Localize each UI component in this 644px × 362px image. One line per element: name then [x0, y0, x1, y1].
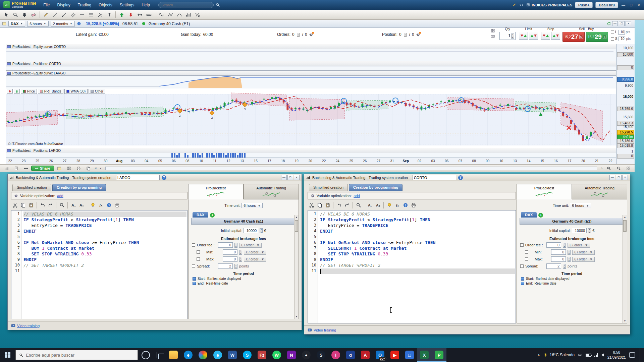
- order-keyboard-icon[interactable]: [491, 34, 495, 39]
- code-line[interactable]: IF StrategyProfit < StrategyProfit[1] TH…: [320, 217, 516, 223]
- channel-tool-icon[interactable]: [69, 11, 77, 19]
- tab-probacktest[interactable]: ProBacktest: [188, 184, 244, 199]
- taskbar-search[interactable]: [15, 350, 138, 360]
- zoom-in-icon[interactable]: [604, 164, 613, 172]
- clock[interactable]: 8:5821/09/2021: [607, 350, 626, 360]
- code-line[interactable]: ENDIF: [320, 257, 516, 263]
- cut-icon[interactable]: [308, 202, 315, 208]
- tab-simplified-creation[interactable]: Simplified creation: [12, 184, 51, 191]
- dealthru-button[interactable]: DealThru: [595, 2, 618, 8]
- spread-spinner[interactable]: [234, 264, 237, 269]
- taskbar-edge-icon[interactable]: e: [181, 348, 196, 362]
- min-fee-checkbox[interactable]: [525, 250, 528, 254]
- taskbar-obs-icon[interactable]: ●: [299, 348, 314, 362]
- close-button[interactable]: ×: [622, 175, 628, 180]
- taskbar-dealthru-icon[interactable]: d: [343, 348, 358, 362]
- max-fee-unit-select[interactable]: € / order▼: [244, 257, 266, 262]
- code-line[interactable]: // VELAS DE 6 HORAS: [23, 212, 186, 217]
- print-chart-icon[interactable]: [74, 164, 83, 172]
- buy-arrow-tool-icon[interactable]: [117, 11, 126, 19]
- instrument-select[interactable]: DAX▼: [8, 21, 25, 27]
- max-fee-input[interactable]: 0: [223, 256, 237, 262]
- taskbar-onenote-icon[interactable]: N: [284, 348, 299, 362]
- layout-grid-icon[interactable]: [65, 164, 73, 172]
- code-line[interactable]: ENDIF: [23, 257, 187, 263]
- network-icon[interactable]: [594, 353, 598, 357]
- search-icon[interactable]: [355, 202, 362, 208]
- taskbar-skype-icon[interactable]: S: [240, 348, 255, 362]
- scroll-far-left-button[interactable]: «: [94, 166, 98, 171]
- period-select[interactable]: 2 months▼: [51, 21, 75, 27]
- pitchfork-tool-icon[interactable]: [96, 11, 105, 19]
- taskbar-prorealtime-icon[interactable]: P: [432, 348, 446, 362]
- instrument-tab[interactable]: DAX: [521, 212, 537, 218]
- stop-pts-input[interactable]: 10: [619, 37, 625, 41]
- eraser-tool-icon[interactable]: [29, 11, 38, 19]
- chart-style-tool-icon[interactable]: [184, 11, 193, 19]
- minimize-button[interactable]: —: [281, 175, 287, 180]
- order-book-icon[interactable]: [491, 28, 495, 33]
- hint-icon[interactable]: [89, 202, 97, 208]
- measure-tool-icon[interactable]: [145, 11, 153, 19]
- undo-icon[interactable]: [335, 202, 343, 208]
- copy-icon[interactable]: [316, 202, 323, 208]
- chart-maximize-button[interactable]: □: [619, 21, 625, 26]
- scroll-right-button[interactable]: ›: [600, 166, 603, 171]
- help-icon[interactable]: [105, 202, 113, 208]
- price-scale[interactable]: 10,10010,00009,996.89,90016,00015,769.61…: [616, 44, 635, 164]
- taskbar-search-input[interactable]: [26, 353, 134, 358]
- menu-file[interactable]: File: [40, 3, 53, 7]
- taskbar-chrome-icon[interactable]: [196, 348, 210, 362]
- compare-icon[interactable]: [21, 164, 30, 172]
- code-line[interactable]: [23, 234, 187, 240]
- code-line[interactable]: SET STOP %TRAILING 0.33: [320, 251, 516, 257]
- menu-trading[interactable]: Trading: [74, 3, 95, 7]
- panel-header-positions-corto[interactable]: ProBacktest - Positions: CORTO: [6, 61, 616, 66]
- legend-price[interactable]: Price: [21, 89, 37, 94]
- volume-icon[interactable]: [601, 353, 604, 357]
- menu-display[interactable]: Display: [54, 3, 74, 7]
- stop-order-checkbox[interactable]: [611, 37, 614, 41]
- timeframe-select[interactable]: 6 hours▼: [27, 21, 49, 27]
- scroll-left-button[interactable]: ‹: [99, 166, 102, 171]
- chart-horizontal-scrollbar[interactable]: [105, 167, 597, 170]
- side-panel-scrollbar[interactable]: ▲▼: [623, 215, 627, 323]
- chart-close-button[interactable]: ×: [626, 21, 631, 26]
- taskbar-youtube-icon[interactable]: ▶: [387, 348, 402, 362]
- refresh-icon[interactable]: [607, 21, 611, 26]
- close-button[interactable]: ×: [636, 3, 641, 7]
- taskbar-word-icon[interactable]: W: [225, 348, 240, 362]
- menubar-search-input[interactable]: [158, 2, 214, 8]
- fee-spinner[interactable]: [239, 257, 242, 262]
- time-unit-select[interactable]: 6 hours▼: [241, 203, 263, 208]
- layout-single-icon[interactable]: [55, 164, 64, 172]
- spread-input[interactable]: 2: [546, 263, 561, 269]
- info-icon[interactable]: [77, 21, 81, 26]
- code-line[interactable]: BUY 1 Contract at Market: [23, 246, 187, 251]
- horizontal-line-tool-icon[interactable]: [78, 11, 87, 19]
- wave-tool-icon[interactable]: [157, 11, 166, 19]
- min-fee-unit-select[interactable]: € / order▼: [572, 250, 595, 255]
- decrease-font-icon[interactable]: [366, 202, 374, 208]
- redo-icon[interactable]: [343, 202, 351, 208]
- menu-objects[interactable]: Objects: [95, 3, 116, 7]
- tab-automatic-trading[interactable]: Automatic Trading: [572, 184, 627, 199]
- code-line[interactable]: ENDIF: [320, 229, 516, 234]
- percent-tool-icon[interactable]: [193, 11, 202, 19]
- maximize-button[interactable]: □: [287, 175, 293, 180]
- tab-creation-by-programming[interactable]: Creation by programming: [52, 184, 106, 191]
- show-desktop-button[interactable]: [640, 348, 641, 362]
- limit-sell-button[interactable]: [519, 32, 528, 40]
- video-training-link[interactable]: Video training: [314, 328, 336, 332]
- panel-header-equity-largo[interactable]: ProBacktest - Equity curve: LARGO: [6, 70, 616, 76]
- task-view-button[interactable]: [157, 352, 163, 358]
- panel-header-positions-largo[interactable]: ProBacktest - Positions: LARGO: [6, 148, 616, 153]
- code-area[interactable]: // VELAS DE 6 HORASIF StrategyProfit < S…: [318, 210, 516, 323]
- fee-spinner[interactable]: [234, 243, 237, 248]
- capital-spinner[interactable]: [260, 228, 263, 233]
- taskbar-remote-desktop-icon[interactable]: □: [402, 348, 417, 362]
- ray-tool-icon[interactable]: [60, 11, 68, 19]
- zoom-out-icon[interactable]: [614, 164, 623, 172]
- hint-icon[interactable]: [385, 202, 393, 208]
- spread-checkbox[interactable]: [192, 264, 195, 268]
